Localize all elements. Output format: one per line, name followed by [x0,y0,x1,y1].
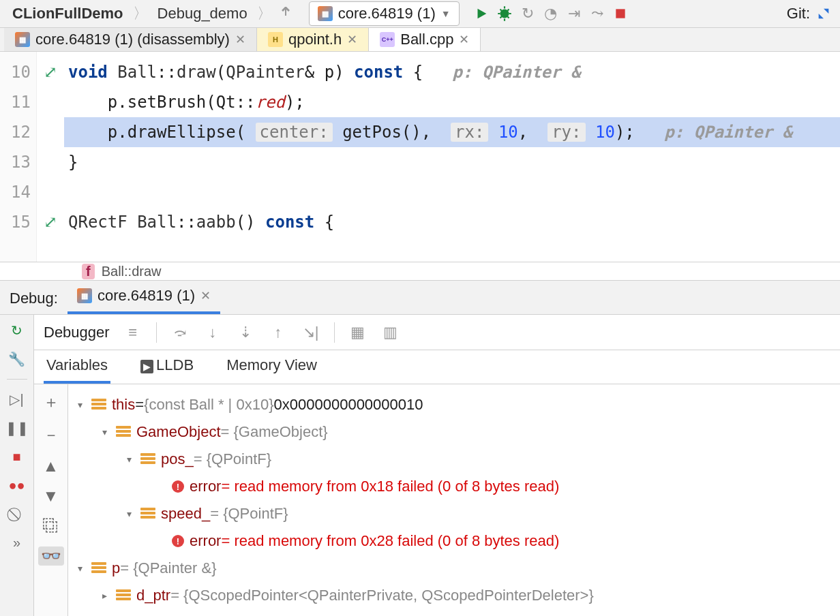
config-icon: ▦ [318,6,333,21]
resume-icon[interactable]: ▷| [8,390,26,408]
field-icon [116,426,131,438]
debug-icon[interactable] [495,4,514,23]
force-step-into-icon[interactable]: ⇣ [236,323,255,342]
debugger-toolbar: Debugger ≡ ⤼ ↓ ⇣ ↑ ↘| ▦ ▥ [34,315,840,350]
run-config-label: core.64819 (1) [338,5,436,22]
tab-qpoint-h[interactable]: H qpoint.h ✕ [257,28,369,51]
file-icon: H [268,32,283,47]
console-icon: ▶ [140,360,153,373]
code-line-current[interactable]: p.drawEllipse( center: getPos(), rx: 10,… [64,117,840,147]
close-icon[interactable]: ✕ [459,32,469,47]
var-row-dptr[interactable]: d_ptr = {QScopedPointer<QPainterPrivate,… [78,582,830,609]
editor[interactable]: 10 11 12 13 14 15 ⤢ ⤢ void Ball::draw(QP… [0,52,840,262]
breadcrumb-sep: 〉 [257,3,272,24]
rerun-icon[interactable]: ↻ [8,322,26,339]
subtab-memory[interactable]: Memory View [224,350,320,384]
pause-icon[interactable]: ❚❚ [8,419,26,437]
step-into-icon[interactable]: ↓ [203,323,222,342]
stop-icon[interactable]: ■ [8,448,26,465]
layout-icon[interactable]: ▥ [381,323,400,342]
variables-sidestrip: ＋ － ▲ ▼ ⿻ 👓 [34,384,68,616]
tab-label: Ball.cpp [400,31,453,48]
gutter-marks: ⤢ ⤢ [37,52,64,262]
copy-icon[interactable]: ⿻ [43,517,59,536]
glasses-icon[interactable]: 👓 [38,546,64,566]
profile-icon[interactable]: ◔ [541,4,560,23]
step-out-icon[interactable]: ↑ [269,323,288,342]
more-icon[interactable]: » [8,534,26,551]
debug-session-tab[interactable]: ▦ core.64819 (1) ✕ [68,280,220,314]
subtab-lldb[interactable]: ▶LLDB [138,350,196,384]
breadcrumb-project[interactable]: CLionFullDemo [7,3,129,24]
field-icon [140,453,155,465]
variables-tree[interactable]: this = {const Ball * | 0x10} 0x000000000… [68,384,840,616]
close-icon[interactable]: ✕ [235,32,245,47]
chevron-down-icon[interactable] [102,427,116,437]
update-icon[interactable] [814,4,833,23]
stop-icon[interactable] [611,4,630,23]
code-line[interactable]: p.setBrush(Qt::red); [64,87,840,117]
code-line[interactable]: } [64,147,840,177]
run-to-cursor-icon[interactable]: ↘| [301,323,320,342]
tab-label: core.64819 (1) (disassembly) [35,31,230,48]
field-icon [91,562,106,574]
svg-rect-1 [616,9,625,18]
session-tab-label: core.64819 (1) [97,287,195,305]
breadcrumb-target[interactable]: Debug_demo [152,3,253,24]
subtab-variables[interactable]: Variables [44,350,110,384]
code-line[interactable] [64,177,840,207]
settings-icon[interactable]: 🔧 [8,350,26,368]
chevron-down-icon[interactable] [78,563,91,574]
evaluate-icon[interactable]: ▦ [348,323,368,342]
breakpoints-icon[interactable]: ●● [8,476,26,494]
mute-bp-icon[interactable]: ⃠ [8,505,26,523]
code-line[interactable]: void Ball::draw(QPainter& p) const { p: … [64,57,840,87]
impl-marker-icon[interactable]: ⤢ [44,213,57,232]
run-icon[interactable] [472,4,491,23]
debug-panel: Debug: ▦ core.64819 (1) ✕ ↻ 🔧 ▷| ❚❚ ■ ●●… [0,280,840,616]
var-row-pos[interactable]: pos_ = {QPointF} [78,446,830,473]
gutter: 10 11 12 13 14 15 [0,52,37,262]
threads-icon[interactable]: ≡ [123,323,142,342]
attach-icon[interactable]: ⇥ [565,4,584,23]
step-over-icon[interactable]: ⤼ [170,323,190,342]
file-icon: ▦ [15,32,30,47]
remove-watch-icon[interactable]: － [43,424,59,446]
error-icon: ! [172,535,184,547]
tab-disassembly[interactable]: ▦ core.64819 (1) (disassembly) ✕ [4,28,257,51]
chevron-down-icon[interactable] [127,508,140,519]
debug-tab-row: Debug: ▦ core.64819 (1) ✕ [0,281,840,315]
debug-label: Debug: [0,283,68,314]
field-icon [140,508,155,520]
step-icon[interactable]: ⤳ [588,4,607,23]
git-label: Git: [787,5,810,22]
coverage-icon[interactable]: ↻ [518,4,537,23]
code-line[interactable]: QRectF Ball::aabb() const { [64,207,840,237]
field-icon [116,589,131,602]
close-icon[interactable]: ✕ [200,288,211,303]
run-config-selector[interactable]: ▦ core.64819 (1) ▼ [309,1,460,26]
add-watch-icon[interactable]: ＋ [43,391,59,413]
var-row-gameobject[interactable]: GameObject = {GameObject} [78,418,830,446]
var-row-error[interactable]: ! error = read memory from 0x28 failed (… [78,527,830,555]
var-row-this[interactable]: this = {const Ball * | 0x10} 0x000000000… [78,391,830,418]
chevron-down-icon[interactable] [127,454,140,465]
editor-breadcrumb[interactable]: f Ball::draw [0,262,840,280]
config-icon: ▦ [77,288,92,303]
tab-ball-cpp[interactable]: C++ Ball.cpp ✕ [369,28,481,51]
chevron-down-icon[interactable] [78,399,91,410]
chevron-right-icon[interactable] [102,590,116,601]
move-down-icon[interactable]: ▼ [43,487,59,506]
navbar: CLionFullDemo 〉 Debug_demo 〉 ▦ core.6481… [0,0,840,28]
var-row-p[interactable]: p = {QPainter &} [78,555,830,582]
impl-marker-icon[interactable]: ⤢ [44,63,57,82]
var-row-error[interactable]: ! error = read memory from 0x18 failed (… [78,473,830,500]
error-icon: ! [172,480,184,493]
debug-sidestrip: ↻ 🔧 ▷| ❚❚ ■ ●● ⃠ » [0,315,34,616]
build-icon[interactable] [276,4,295,23]
var-row-speed[interactable]: speed_ = {QPointF} [78,500,830,527]
close-icon[interactable]: ✕ [347,32,357,47]
code-area[interactable]: void Ball::draw(QPainter& p) const { p: … [64,52,840,262]
move-up-icon[interactable]: ▲ [43,457,59,476]
file-icon: C++ [380,32,395,47]
